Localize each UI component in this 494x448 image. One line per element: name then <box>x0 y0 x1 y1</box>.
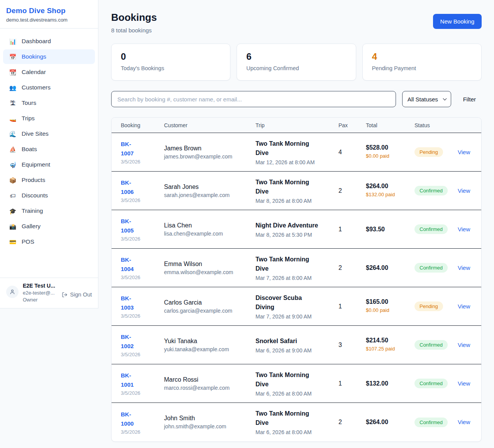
stat-value: 6 <box>246 51 346 62</box>
sidebar-item-equipment[interactable]: 🤿 Equipment <box>3 157 95 172</box>
user-block: E2E Test U... e2e-tester@... Owner Sign … <box>0 278 98 308</box>
total-amount: $214.50 <box>366 337 414 344</box>
trip-datetime: Mar 12, 2026 at 8:00 AM <box>255 159 338 165</box>
status-cell: Confirmed <box>414 418 458 427</box>
customer-email: james.brown@example.com <box>164 153 255 160</box>
booking-id-link[interactable]: BK-1004 <box>121 255 142 274</box>
trip-datetime: Mar 6, 2026 at 8:00 AM <box>255 429 338 435</box>
stat-card-pending-payment: 4 Pending Payment <box>362 44 482 81</box>
sign-out-button[interactable]: Sign Out <box>62 291 92 298</box>
trip-datetime: Mar 6, 2026 at 9:00 AM <box>255 347 338 354</box>
trip-datetime: Mar 8, 2026 at 8:00 AM <box>255 198 338 204</box>
column-header-trip: Trip <box>255 122 338 128</box>
customer-cell: Marco Rossi marco.rossi@example.com <box>164 376 255 391</box>
customer-name: Sarah Jones <box>164 184 255 190</box>
table-row: BK-1007 3/5/2026 James Brown james.brown… <box>112 133 481 172</box>
shop-domain: demo.test.divestreams.com <box>6 17 92 23</box>
booking-id-link[interactable]: BK-1006 <box>121 178 142 197</box>
trip-cell: Two Tank Morning Dive Mar 8, 2026 at 8:0… <box>255 178 338 204</box>
trip-name: Night Dive Adventure <box>255 221 322 230</box>
column-header-total: Total <box>366 122 414 128</box>
avatar <box>6 286 19 298</box>
sidebar-item-gallery[interactable]: 📸 Gallery <box>3 219 95 234</box>
pax-cell: 4 <box>338 149 366 156</box>
app-root: Demo Dive Shop demo.test.divestreams.com… <box>0 0 494 448</box>
booking-id-link[interactable]: BK-1007 <box>121 140 142 158</box>
view-link[interactable]: View <box>458 149 470 155</box>
boats-icon: ⛵ <box>9 147 17 152</box>
trip-cell: Discover Scuba Diving Mar 7, 2026 at 9:0… <box>255 293 338 320</box>
status-cell: Confirmed <box>414 224 458 234</box>
total-amount: $264.00 <box>366 264 414 271</box>
trip-cell: Two Tank Morning Dive Mar 6, 2026 at 8:0… <box>255 409 338 435</box>
booking-id-link[interactable]: BK-1002 <box>121 332 142 351</box>
stat-label: Today's Bookings <box>121 65 221 71</box>
view-link[interactable]: View <box>458 264 470 271</box>
sign-out-label: Sign Out <box>70 291 92 298</box>
sidebar-item-customers[interactable]: 👥 Customers <box>3 80 95 95</box>
status-badge: Pending <box>414 147 443 157</box>
search-input[interactable] <box>111 91 396 107</box>
view-link[interactable]: View <box>458 303 470 310</box>
filter-row: All Statuses Filter <box>111 91 482 107</box>
sidebar-item-pos[interactable]: 💳 POS <box>3 234 95 249</box>
sidebar-item-bookings[interactable]: 📅 Bookings <box>3 49 95 64</box>
customer-cell: Carlos Garcia carlos.garcia@example.com <box>164 299 255 314</box>
filter-button[interactable]: Filter <box>457 96 482 103</box>
trip-cell: Two Tank Morning Dive Mar 6, 2026 at 8:0… <box>255 371 338 397</box>
tours-icon: 🏝 <box>9 100 17 106</box>
table-header-row: Booking Customer Trip Pax Total Status <box>112 118 481 133</box>
actions-cell: View <box>458 419 473 426</box>
sidebar-item-dashboard[interactable]: 📊 Dashboard <box>3 34 95 49</box>
view-link[interactable]: View <box>458 380 470 387</box>
actions-cell: View <box>458 380 473 387</box>
view-link[interactable]: View <box>458 419 470 425</box>
stat-value: 0 <box>121 51 221 62</box>
actions-cell: View <box>458 187 473 194</box>
trip-name: Two Tank Morning Dive <box>255 255 322 273</box>
status-select[interactable]: All Statuses <box>402 91 451 107</box>
view-link[interactable]: View <box>458 342 470 348</box>
customer-cell: Emma Wilson emma.wilson@example.com <box>164 261 255 275</box>
sidebar-item-products[interactable]: 📦 Products <box>3 173 95 187</box>
customer-name: Carlos Garcia <box>164 299 255 306</box>
brand-block: Demo Dive Shop demo.test.divestreams.com <box>0 0 98 29</box>
total-amount: $132.00 <box>366 380 414 387</box>
new-booking-button[interactable]: New Booking <box>433 14 482 29</box>
table-row: BK-1006 3/5/2026 Sarah Jones sarah.jones… <box>112 172 481 210</box>
total-cell: $264.00 <box>366 264 414 271</box>
sidebar-item-discounts[interactable]: 🏷 Discounts <box>3 188 95 203</box>
booking-id-link[interactable]: BK-1000 <box>121 410 142 428</box>
booking-id-link[interactable]: BK-1005 <box>121 217 142 235</box>
total-amount: $264.00 <box>366 419 414 426</box>
booking-id-link[interactable]: BK-1001 <box>121 371 142 389</box>
discounts-icon: 🏷 <box>9 193 17 199</box>
customer-cell: Lisa Chen lisa.chen@example.com <box>164 222 255 237</box>
customer-email: john.smith@example.com <box>164 423 255 429</box>
total-cell: $165.00 $0.00 paid <box>366 298 414 314</box>
user-name: E2E Test U... <box>23 283 58 289</box>
stat-card-upcoming-confirmed: 6 Upcoming Confirmed <box>237 44 356 81</box>
sidebar-item-training[interactable]: 🎓 Training <box>3 204 95 218</box>
trip-cell: Snorkel Safari Mar 6, 2026 at 9:00 AM <box>255 337 338 354</box>
sidebar-item-calendar[interactable]: 📆 Calendar <box>3 65 95 79</box>
sidebar-item-dive-sites[interactable]: 🌊 Dive Sites <box>3 126 95 141</box>
sign-out-icon <box>62 292 68 298</box>
total-cell: $528.00 $0.00 paid <box>366 144 414 160</box>
stat-value: 4 <box>372 51 472 62</box>
sidebar-item-boats[interactable]: ⛵ Boats <box>3 142 95 157</box>
booking-id-link[interactable]: BK-1003 <box>121 294 142 312</box>
booking-cell: BK-1002 3/5/2026 <box>121 332 164 357</box>
status-badge: Confirmed <box>414 418 448 427</box>
paid-amount: $107.25 paid <box>366 345 397 353</box>
trip-datetime: Mar 7, 2026 at 9:00 AM <box>255 313 338 320</box>
sidebar-item-tours[interactable]: 🏝 Tours <box>3 96 95 110</box>
sidebar-item-trips[interactable]: 🚤 Trips <box>3 111 95 126</box>
customer-name: Lisa Chen <box>164 222 255 229</box>
view-link[interactable]: View <box>458 226 470 232</box>
booking-date: 3/5/2026 <box>121 429 164 435</box>
actions-cell: View <box>458 342 473 349</box>
customer-name: Yuki Tanaka <box>164 338 255 345</box>
table-body: BK-1007 3/5/2026 James Brown james.brown… <box>112 133 481 441</box>
view-link[interactable]: View <box>458 187 470 194</box>
